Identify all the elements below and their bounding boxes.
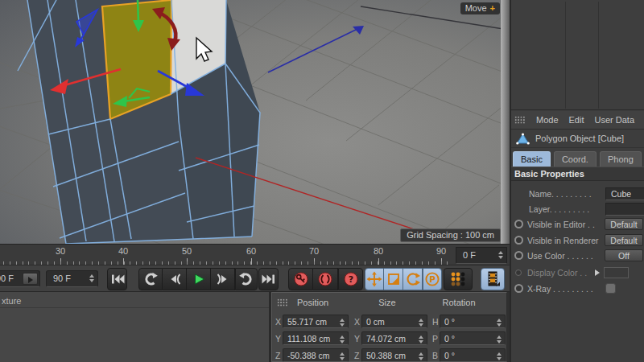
current-frame-value: 0 F	[463, 250, 476, 260]
size-y-field[interactable]: 74.072 cm	[361, 331, 427, 345]
grid-spacing-label: Grid Spacing : 100 cm	[400, 228, 501, 242]
property-row-display-color: Display Color . .	[511, 265, 644, 280]
active-tool-label: Move+	[460, 2, 500, 14]
position-z-field[interactable]: -50.388 cm	[283, 348, 349, 362]
attribute-menu-bar: Mode Edit User Data	[511, 111, 644, 130]
animation-palette-button[interactable]	[481, 268, 505, 290]
rotation-b-field[interactable]: 0 °	[440, 348, 506, 362]
attribute-manager: Mode Edit User Data Polygon Object [Cube…	[510, 0, 644, 362]
range-popup-button[interactable]	[23, 273, 38, 285]
rotation-p-field[interactable]: 0 °	[440, 331, 506, 345]
current-frame-field[interactable]: 0 F	[456, 247, 507, 264]
next-key-button[interactable]	[235, 268, 258, 290]
tab-basic[interactable]: Basic	[513, 151, 551, 167]
record-rotation-button[interactable]	[403, 268, 423, 290]
keyframe-dot-icon[interactable]	[514, 251, 523, 260]
ruler-frame-label: 70	[309, 246, 319, 256]
coordinates-panel: Position Size Rotation X Y Z 55.717 cm 1…	[271, 292, 507, 362]
end-frame-value: 90 F	[53, 274, 71, 283]
grip-icon[interactable]	[277, 298, 288, 307]
tool-name: Move	[465, 3, 487, 13]
rot-p-label: P	[432, 334, 438, 343]
polygon-object-icon	[516, 133, 530, 145]
play-button[interactable]	[187, 268, 211, 290]
tab-coord[interactable]: Coord.	[554, 151, 597, 167]
attribute-list-empty	[511, 0, 644, 110]
keyframe-dot-icon[interactable]	[514, 236, 523, 245]
expand-arrow-icon[interactable]	[595, 269, 600, 276]
film-strip-icon	[485, 271, 501, 287]
keyframe-selection-button[interactable]: ?	[338, 268, 363, 290]
viewport-3d[interactable]: Move+ Grid Spacing : 100 cm	[0, 0, 501, 244]
go-to-end-icon	[262, 272, 276, 286]
ruler-frame-label: 40	[118, 246, 128, 256]
record-keyframe-button[interactable]	[288, 268, 313, 290]
record-scale-button[interactable]	[384, 268, 403, 290]
use-color-button[interactable]: Off	[605, 249, 643, 261]
rotation-h-field[interactable]: 0 °	[440, 315, 506, 328]
name-label: Name. . . . . . . . .	[529, 189, 592, 199]
record-position-button[interactable]	[365, 268, 384, 290]
timeline-ruler[interactable]: 030405060708090	[0, 245, 451, 265]
svg-text:?: ?	[348, 274, 353, 285]
size-x-field[interactable]: 0 cm	[361, 315, 427, 328]
pla-dots-icon	[450, 271, 466, 287]
keyframe-dot-disabled-icon	[515, 269, 522, 276]
display-color-swatch[interactable]	[604, 267, 629, 278]
name-field[interactable]: Cube	[605, 187, 644, 200]
preview-end-value: 90 F	[0, 274, 14, 283]
grip-icon[interactable]	[514, 116, 526, 125]
go-to-start-button[interactable]	[107, 268, 127, 290]
xray-checkbox[interactable]	[605, 283, 616, 294]
visible-editor-button[interactable]: Default	[605, 218, 643, 230]
size-y-label: Y	[354, 334, 360, 343]
previous-frame-button[interactable]	[163, 268, 187, 290]
size-z-field[interactable]: 50.388 cm	[361, 348, 427, 362]
keyframe-dot-icon[interactable]	[514, 284, 523, 293]
keyframe-dot-icon[interactable]	[514, 220, 523, 228]
record-parameter-button[interactable]: P	[423, 268, 442, 290]
property-row-use-color: Use Color . . . . . . Off	[511, 248, 644, 263]
rot-h-label: H	[432, 317, 439, 327]
preview-end-field[interactable]: 90 F	[0, 270, 40, 287]
visible-renderer-button[interactable]: Default	[605, 234, 643, 246]
record-rotation-icon	[405, 271, 421, 287]
object-header-row: Polygon Object [Cube]	[511, 130, 644, 148]
ruler-frame-label: 90	[436, 246, 446, 256]
menu-edit[interactable]: Edit	[569, 115, 584, 125]
end-frame-stepper[interactable]	[89, 274, 94, 282]
use-color-label: Use Color . . . . . .	[527, 251, 593, 261]
ruler-frame-label: 80	[374, 246, 383, 256]
size-z-label: Z	[354, 351, 359, 360]
visible-editor-label: Visible in Editor . .	[527, 220, 595, 229]
record-keyframe-icon	[293, 271, 309, 287]
property-row-xray: X-Ray . . . . . . . . .	[511, 281, 644, 296]
ruler-frame-label: 50	[182, 246, 192, 256]
point-level-animation-button[interactable]	[444, 268, 473, 290]
property-row-visible-renderer: Visible in Renderer Default	[511, 232, 644, 248]
tab-phong[interactable]: Phong	[600, 151, 642, 167]
viewport-splitter[interactable]	[501, 0, 510, 244]
transport-bar: 90 F 90 F	[0, 265, 510, 292]
go-to-start-icon	[110, 272, 125, 286]
previous-frame-icon	[167, 272, 182, 286]
column-divider	[598, 2, 599, 109]
layer-label: Layer. . . . . . . . .	[529, 204, 589, 214]
next-frame-button[interactable]	[211, 268, 235, 290]
play-small-icon	[28, 277, 33, 283]
frame-stepper[interactable]	[498, 251, 503, 259]
gizmo-y-arrow[interactable]	[138, 0, 138, 22]
svg-text:P: P	[429, 274, 436, 284]
pos-x-label: X	[275, 317, 281, 327]
layer-field[interactable]	[605, 203, 644, 216]
end-frame-field[interactable]: 90 F	[46, 270, 98, 287]
menu-user-data[interactable]: User Data	[595, 115, 635, 125]
previous-key-icon	[143, 272, 158, 286]
menu-mode[interactable]: Mode	[536, 115, 559, 125]
go-to-end-button[interactable]	[258, 268, 279, 290]
position-y-field[interactable]: 111.108 cm	[283, 331, 349, 345]
previous-key-button[interactable]	[138, 268, 163, 290]
position-x-field[interactable]: 55.717 cm	[283, 315, 349, 328]
autokeying-button[interactable]	[313, 268, 338, 290]
timeline[interactable]: 030405060708090 0 F	[0, 244, 510, 265]
